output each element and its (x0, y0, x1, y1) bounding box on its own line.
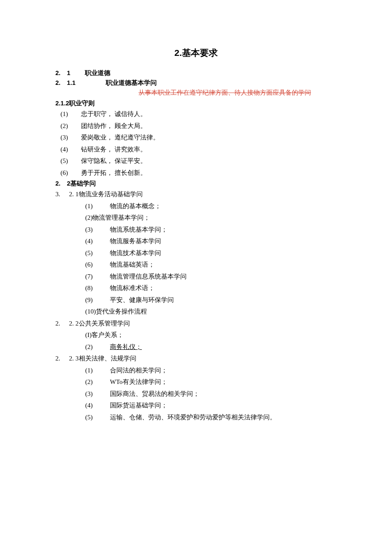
item-text: 国际商法、贸易法的相关学问； (110, 389, 337, 399)
rule-number: (6) (61, 168, 81, 178)
item-text: 物流技术基本学问 (110, 248, 337, 258)
section-2.1-heading: 2. 1 职业道德 (55, 69, 337, 77)
list-item: (4) 物流服务基本学问 (85, 236, 337, 246)
rule-text: 爱岗敬业， 遵纪遵守法律。 (81, 133, 337, 142)
rule-item: (3) 爱岗敬业， 遵纪遵守法律。 (55, 133, 337, 142)
item-text: 合同法的相关学问； (110, 366, 337, 375)
section-text: 2. 3相关法律、法规学问 (69, 354, 337, 363)
item-number: (5) (85, 248, 110, 258)
list-item: (4) 国际货运基础学问； (85, 401, 337, 410)
section-text: 2. 2公共关系管理学问 (69, 319, 337, 328)
rule-text: 保守隐私， 保证平安。 (81, 156, 337, 166)
item-number: (4) (85, 236, 110, 246)
rule-number: (4) (61, 145, 81, 154)
rule-number: (3) (61, 133, 81, 142)
list-item: (5) 物流技术基本学问 (85, 248, 337, 258)
rule-number: (1) (61, 109, 81, 119)
item-number: (2) (85, 342, 110, 352)
section-2.1.1-number: 2. 1.1 (55, 79, 106, 87)
item-text: WTo有关法律学问； (110, 377, 337, 387)
section-prefix: 3. (55, 189, 69, 199)
section-2.1-label (72, 70, 85, 76)
list-item: (7) 物流管理信息系统基本学问 (85, 272, 337, 282)
section-2.2.2-heading: 2. 2. 2公共关系管理学问 (55, 319, 337, 328)
item-number: (1) (85, 366, 110, 375)
item-text: 物流系统基本学问； (110, 225, 337, 235)
list-item: (3) 国际商法、贸易法的相关学问； (85, 389, 337, 399)
item-text: (2)物流管理基本学问； (85, 213, 337, 223)
item-text: 平安、健康与环保学问 (110, 295, 337, 305)
list-item: (2)物流管理基本学问； (85, 213, 337, 223)
item-number: (3) (85, 225, 110, 235)
list-item: (9) 平安、健康与环保学问 (85, 295, 337, 305)
section-2.1.2-heading: 2.1.2职业守则 (55, 99, 337, 108)
rule-item: (5) 保守隐私， 保证平安。 (55, 156, 337, 166)
rule-item: (4) 钻研业务， 讲究效率。 (55, 145, 337, 154)
item-text: 国际货运基础学问； (110, 401, 337, 410)
rule-number: (5) (61, 156, 81, 166)
item-text: 物流标准术语； (110, 283, 337, 293)
item-text: (I)客户关系； (85, 330, 337, 340)
list-item: (8) 物流标准术语； (85, 283, 337, 293)
item-number: (5) (85, 413, 110, 422)
section-2.1-text: 职业道德 (85, 70, 110, 76)
item-text: 物流基础英语； (110, 260, 337, 270)
rule-text: 团结协作， 顾全大局。 (81, 121, 337, 131)
item-number: (2) (85, 377, 110, 387)
section-text: 2. 1物流业务活动基础学问 (69, 189, 337, 199)
rule-text: 勇于开拓， 擅长创新。 (81, 168, 337, 178)
rule-number: (2) (61, 121, 81, 131)
section-2.2.3-heading: 2. 2. 3相关法律、法规学问 (55, 354, 337, 363)
list-item: (I)客户关系； (85, 330, 337, 340)
section-2.1.1-label: 职业道德基本学问 (106, 79, 157, 87)
item-number: (1) (85, 201, 110, 211)
item-number: (4) (85, 401, 110, 410)
list-item: (6) 物流基础英语； (85, 260, 337, 270)
item-number: (8) (85, 283, 110, 293)
list-item: (10)货代业务操作流程 (85, 307, 337, 317)
section-2.1.1-heading: 2. 1.1 职业道德基本学问 (55, 79, 337, 87)
item-text: 运输、仓储、劳动、环境爱护和劳动爱护等相关法律学问。 (110, 413, 337, 422)
list-item: (2) 商务礼仪； (85, 342, 337, 352)
rule-text: 忠于职守， 诚信待人。 (81, 109, 337, 119)
main-title: 2.基本要求 (55, 47, 337, 59)
list-item: (1) 物流的基本概念； (85, 201, 337, 211)
list-item: (1) 合同法的相关学问； (85, 366, 337, 375)
item-text-underline: 商务礼仪； (110, 342, 337, 352)
rule-item: (2) 团结协作， 顾全大局。 (55, 121, 337, 131)
rule-text: 钻研业务， 讲究效率。 (81, 145, 337, 154)
item-number: (7) (85, 272, 110, 282)
list-item: (3) 物流系统基本学问； (85, 225, 337, 235)
section-prefix: 2. (55, 354, 69, 363)
list-item: (5) 运输、仓储、劳动、环境爱护和劳动爱护等相关法律学问。 (85, 413, 337, 422)
section-2.2-heading: 2. 2基础学问 (55, 180, 337, 188)
item-text: 物流的基本概念； (110, 201, 337, 211)
item-number: (9) (85, 295, 110, 305)
item-number: (3) (85, 389, 110, 399)
list-item: (2) WTo有关法律学问； (85, 377, 337, 387)
item-text: 物流管理信息系统基本学问 (110, 272, 337, 282)
rule-item: (1) 忠于职守， 诚信待人。 (55, 109, 337, 119)
rule-item: (6) 勇于开拓， 擅长创新。 (55, 168, 337, 178)
section-prefix: 2. (55, 319, 69, 328)
red-strikethrough-text: 从事本职业工作在遵守纪律方面、待人接物方面应具备的学问 (113, 89, 337, 97)
item-text: 物流服务基本学问 (110, 236, 337, 246)
section-2.2.1-heading: 3. 2. 1物流业务活动基础学问 (55, 189, 337, 199)
item-number: (6) (85, 260, 110, 270)
item-text: (10)货代业务操作流程 (85, 307, 337, 317)
section-2.1-number: 2. 1 (55, 70, 70, 76)
